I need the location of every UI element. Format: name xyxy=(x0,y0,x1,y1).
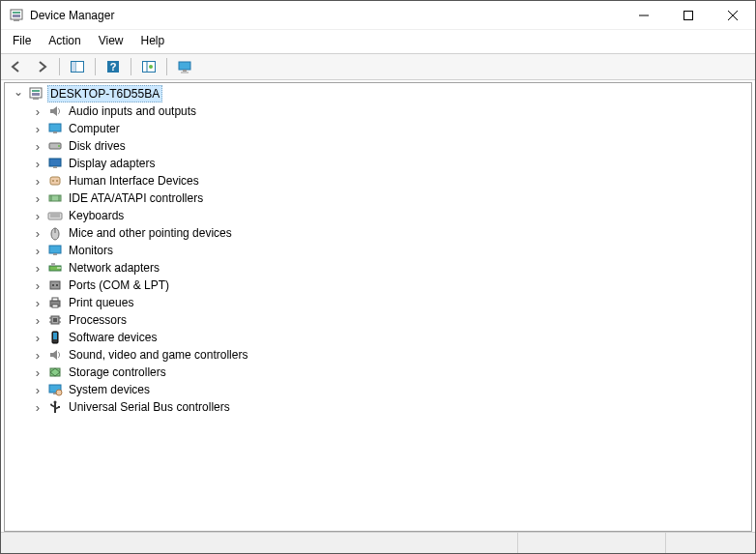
expander-icon[interactable] xyxy=(11,86,26,102)
svg-rect-22 xyxy=(33,98,39,100)
svg-rect-29 xyxy=(50,177,60,185)
device-tree[interactable]: DESKTOP-T6D55BA Audio inputs and outputs… xyxy=(4,82,752,532)
tree-node[interactable]: Keyboards xyxy=(5,207,751,224)
svg-rect-49 xyxy=(52,298,58,301)
menu-view[interactable]: View xyxy=(91,32,131,49)
tree-node[interactable]: Human Interface Devices xyxy=(5,172,751,190)
tree-node-label: Software devices xyxy=(67,330,159,345)
window-title: Device Manager xyxy=(30,9,622,22)
svg-point-30 xyxy=(52,180,54,182)
tree-node[interactable]: Software devices xyxy=(5,329,751,346)
tree-node-label: Universal Serial Bus controllers xyxy=(67,399,232,415)
menu-help[interactable]: Help xyxy=(133,32,173,49)
expander-icon[interactable] xyxy=(30,312,45,328)
tree-node[interactable]: IDE ATA/ATAPI controllers xyxy=(5,190,751,207)
tree-node-label: Storage controllers xyxy=(67,364,168,380)
forward-button[interactable] xyxy=(30,56,53,77)
svg-rect-41 xyxy=(53,253,57,255)
tree-node[interactable]: Monitors xyxy=(5,242,751,259)
tree-node[interactable]: Mice and other pointing devices xyxy=(5,224,751,242)
tree-node-label: Keyboards xyxy=(67,208,126,223)
tree-node[interactable]: Disk drives xyxy=(5,137,751,155)
svg-point-65 xyxy=(50,404,52,406)
expander-icon[interactable] xyxy=(30,243,45,258)
hid-icon xyxy=(47,173,63,189)
printer-icon xyxy=(47,295,63,310)
expander-icon[interactable] xyxy=(30,382,45,397)
close-button[interactable] xyxy=(711,1,755,30)
menubar: File Action View Help xyxy=(1,30,755,53)
tree-node[interactable]: Audio inputs and outputs xyxy=(5,102,751,120)
tree-node[interactable]: Computer xyxy=(5,120,751,137)
menu-action[interactable]: Action xyxy=(41,32,88,49)
tree-node[interactable]: Network adapters xyxy=(5,259,751,277)
tree-node-label: Computer xyxy=(67,121,122,136)
port-icon xyxy=(47,277,63,293)
tree-node-label: Processors xyxy=(67,312,129,328)
ide-icon xyxy=(47,190,63,206)
svg-rect-58 xyxy=(53,333,57,339)
tree-node-label: Display adapters xyxy=(67,156,157,171)
toolbar-separator xyxy=(59,58,60,75)
status-cell xyxy=(517,533,666,553)
tree-node[interactable]: Display adapters xyxy=(5,155,751,172)
expander-icon[interactable] xyxy=(30,138,45,154)
expander-icon[interactable] xyxy=(30,173,45,189)
toolbar-separator xyxy=(166,58,167,75)
app-icon xyxy=(9,8,24,23)
expander-icon[interactable] xyxy=(30,156,45,171)
toolbar-separator xyxy=(131,58,131,75)
tree-node-label: Human Interface Devices xyxy=(67,173,201,189)
expander-icon[interactable] xyxy=(30,295,45,310)
svg-rect-52 xyxy=(53,318,57,322)
network-icon xyxy=(47,260,63,276)
svg-rect-24 xyxy=(53,131,57,133)
system-icon xyxy=(47,382,63,397)
tree-node[interactable]: Ports (COM & LPT) xyxy=(5,277,751,294)
tree-node[interactable]: Sound, video and game controllers xyxy=(5,346,751,364)
status-cell xyxy=(665,533,755,553)
computer-root-icon xyxy=(28,86,44,102)
tree-node-label: Ports (COM & LPT) xyxy=(67,277,171,293)
expander-icon[interactable] xyxy=(30,208,45,223)
svg-point-15 xyxy=(149,65,153,69)
mouse-icon xyxy=(47,225,63,241)
expander-icon[interactable] xyxy=(30,260,45,276)
tree-node[interactable]: System devices xyxy=(5,381,751,398)
tree-node[interactable]: Print queues xyxy=(5,294,751,311)
help-button[interactable]: ? xyxy=(102,56,125,77)
minimize-button[interactable] xyxy=(622,1,666,30)
tree-node[interactable]: Storage controllers xyxy=(5,364,751,381)
tree-node-label: Network adapters xyxy=(67,260,161,276)
scan-hardware-button[interactable] xyxy=(137,56,160,77)
svg-rect-10 xyxy=(72,62,75,72)
show-hide-tree-button[interactable] xyxy=(66,56,89,77)
menu-file[interactable]: File xyxy=(5,32,39,49)
expander-icon[interactable] xyxy=(30,399,45,415)
expander-icon[interactable] xyxy=(30,225,45,241)
titlebar: Device Manager xyxy=(1,1,755,30)
expander-icon[interactable] xyxy=(30,347,45,363)
svg-rect-1 xyxy=(13,12,20,14)
svg-point-62 xyxy=(56,390,62,395)
maximize-button[interactable] xyxy=(666,1,711,30)
tree-node-label: IDE ATA/ATAPI controllers xyxy=(67,190,205,206)
expander-icon[interactable] xyxy=(30,330,45,345)
svg-point-64 xyxy=(54,401,57,404)
disk-icon xyxy=(47,138,63,154)
expander-icon[interactable] xyxy=(30,277,45,293)
expander-icon[interactable] xyxy=(30,190,45,206)
back-button[interactable] xyxy=(5,56,28,77)
svg-rect-43 xyxy=(51,263,55,266)
tree-node[interactable]: Processors xyxy=(5,311,751,329)
keyboard-icon xyxy=(47,208,63,223)
monitor-button[interactable] xyxy=(173,56,196,77)
expander-icon[interactable] xyxy=(30,121,45,136)
software-icon xyxy=(47,330,63,345)
tree-root[interactable]: DESKTOP-T6D55BA xyxy=(5,85,751,102)
tree-node[interactable]: Universal Serial Bus controllers xyxy=(5,398,751,416)
expander-icon[interactable] xyxy=(30,364,45,380)
sound-icon xyxy=(47,347,63,363)
svg-point-26 xyxy=(58,145,60,147)
expander-icon[interactable] xyxy=(30,103,45,119)
